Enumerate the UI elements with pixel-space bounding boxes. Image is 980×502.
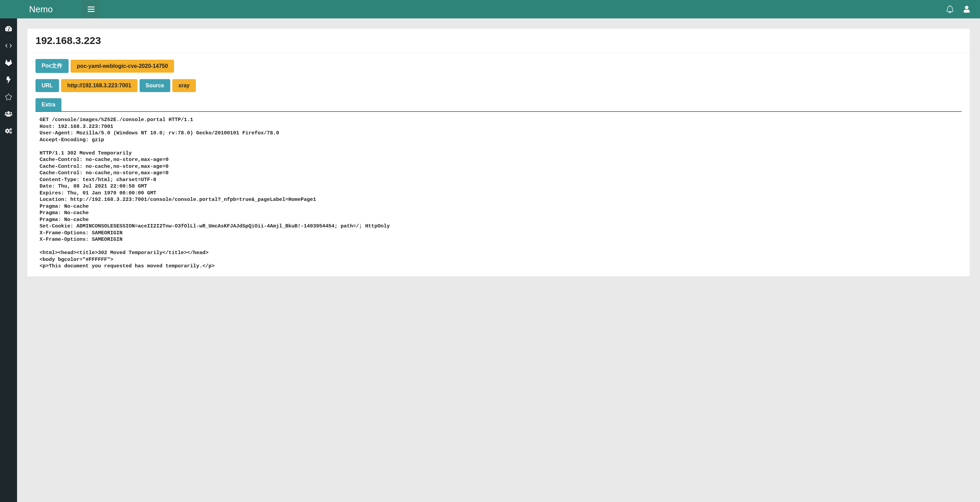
star-icon xyxy=(5,94,12,100)
extra-tab[interactable]: Extra xyxy=(35,98,61,111)
sidebar-item-dashboard[interactable] xyxy=(0,25,17,33)
menu-toggle-button[interactable] xyxy=(82,0,100,18)
url-value-badge[interactable]: http://192.168.3.223:7001 xyxy=(61,79,137,92)
sidebar-item-gitlab[interactable] xyxy=(0,59,17,67)
bell-icon xyxy=(947,5,953,13)
card-body: Poc文件 poc-yaml-weblogic-cve-2020-14750 U… xyxy=(27,53,970,276)
bolt-icon xyxy=(6,76,11,83)
sidebar-item-star[interactable] xyxy=(0,93,17,101)
card-header: 192.168.3.223 xyxy=(27,29,970,53)
source-label-badge: Source xyxy=(140,79,170,92)
content-wrapper: 192.168.3.223 Poc文件 poc-yaml-weblogic-cv… xyxy=(17,18,980,502)
sidebar-item-users[interactable] xyxy=(0,110,17,118)
page-title: 192.168.3.223 xyxy=(35,35,962,46)
source-value-badge: xray xyxy=(172,79,196,92)
extra-section: Extra GET /console/images/%252E./console… xyxy=(35,98,962,276)
gears-icon xyxy=(5,127,12,134)
poc-row: Poc文件 poc-yaml-weblogic-cve-2020-14750 xyxy=(35,59,962,73)
sidebar-item-bolt[interactable] xyxy=(0,76,17,84)
code-icon xyxy=(5,43,12,48)
notifications-button[interactable] xyxy=(947,5,953,13)
sidebar-item-code[interactable] xyxy=(0,41,17,50)
user-icon xyxy=(964,6,970,13)
svg-rect-2 xyxy=(88,11,94,12)
svg-rect-1 xyxy=(88,9,94,10)
sidebar-item-gears[interactable] xyxy=(0,127,17,135)
url-label-badge: URL xyxy=(35,79,59,92)
topbar-right xyxy=(947,5,980,13)
user-menu-button[interactable] xyxy=(964,6,970,13)
topbar: Nemo xyxy=(0,0,980,18)
poc-value-badge: poc-yaml-weblogic-cve-2020-14750 xyxy=(71,60,174,73)
gitlab-icon xyxy=(5,59,12,66)
sidebar xyxy=(0,18,17,502)
main-card: 192.168.3.223 Poc文件 poc-yaml-weblogic-cv… xyxy=(27,29,970,276)
dashboard-icon xyxy=(5,25,12,32)
poc-label-badge: Poc文件 xyxy=(35,59,68,73)
brand-logo[interactable]: Nemo xyxy=(0,0,82,18)
svg-rect-0 xyxy=(88,6,94,8)
extra-content: GET /console/images/%252E./console.porta… xyxy=(35,111,962,276)
menu-icon xyxy=(88,6,94,12)
users-icon xyxy=(5,111,12,117)
brand-text: Nemo xyxy=(29,4,52,15)
url-source-row: URL http://192.168.3.223:7001 Source xra… xyxy=(35,79,962,92)
